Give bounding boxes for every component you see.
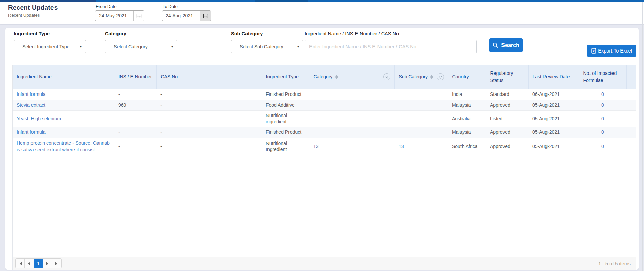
cas-cell: -	[156, 110, 262, 127]
next-page-button[interactable]	[43, 259, 52, 268]
ins-cell: 960	[114, 100, 156, 110]
impacted-formulae-link[interactable]: 0	[601, 129, 604, 135]
ingredient-name-link[interactable]: Yeast: High selenium	[17, 116, 61, 121]
filler-cell	[626, 110, 636, 127]
filter-icon[interactable]	[383, 73, 390, 80]
type-cell: Food Additive	[262, 100, 309, 110]
column-header-ingredient-type: Ingredient Type	[262, 65, 309, 89]
column-header-ins-e-number: INS / E-Number	[114, 65, 156, 89]
table-row: Infant formula - - Finished Product Mala…	[13, 127, 636, 138]
excel-file-icon: x	[591, 48, 596, 54]
status-cell: Listed	[486, 110, 528, 127]
from-date-input[interactable]	[95, 11, 133, 21]
sort-icon[interactable]	[430, 75, 433, 79]
right-edge-line	[642, 2, 643, 271]
column-header-last-review-date: Last Review Date	[528, 65, 579, 89]
calendar-icon	[136, 13, 142, 18]
impacted-formulae-link[interactable]: 0	[601, 102, 604, 108]
ingredient-search-label: Ingredient Name / INS E-Number / CAS No.	[305, 31, 477, 36]
last-review-cell: 05-Aug-2021	[528, 100, 579, 110]
status-cell: Standard	[486, 89, 528, 100]
to-date-calendar-button[interactable]	[200, 11, 211, 21]
page-number-button[interactable]: 1	[34, 259, 43, 268]
last-review-cell: 05-Aug-2021	[528, 138, 579, 155]
impacted-formulae-link[interactable]: 0	[601, 91, 604, 97]
column-header-category-label: Category	[314, 73, 333, 80]
export-button-label: Export To Excel	[598, 48, 632, 54]
filler-cell	[626, 127, 636, 138]
filler-cell	[626, 89, 636, 100]
ingredient-name-link[interactable]: Stevia extract	[17, 102, 45, 108]
column-header-impacted-formulae: No. of Impacted Formulae	[579, 65, 626, 89]
ins-cell: -	[114, 138, 156, 155]
svg-text:x: x	[593, 49, 595, 53]
ins-cell: -	[114, 110, 156, 127]
first-page-button[interactable]	[16, 259, 25, 268]
category-select[interactable]: -- Select Category -- ▼	[105, 40, 177, 53]
sub-category-count-link[interactable]: 13	[399, 144, 404, 149]
ingredient-search-input[interactable]	[305, 40, 477, 53]
breadcrumb: Recent Updates	[8, 13, 40, 18]
type-cell: Nutritional ingredient	[262, 110, 309, 127]
table-row: Infant formula - - Finished Product Indi…	[13, 89, 636, 100]
from-date-calendar-button[interactable]	[133, 11, 144, 21]
last-page-button[interactable]	[52, 259, 61, 268]
chevron-down-icon: ▼	[171, 45, 174, 48]
cas-cell: -	[156, 127, 262, 138]
table-header-row: Ingredient Name INS / E-Number CAS No. I…	[13, 65, 636, 89]
pager-buttons: 1	[15, 258, 62, 268]
cas-cell: -	[156, 138, 262, 155]
category-count-link[interactable]: 13	[313, 144, 319, 149]
ins-cell: -	[114, 127, 156, 138]
last-review-cell: 05-Aug-2021	[528, 110, 579, 127]
ingredient-type-selected-value: -- Select Ingredient Type --	[18, 44, 77, 49]
column-header-ingredient-name: Ingredient Name	[13, 65, 114, 89]
chevron-down-icon: ▼	[297, 45, 300, 48]
column-header-country: Country	[448, 65, 486, 89]
sub-category-selected-value: -- Select Sub Category --	[235, 44, 295, 49]
sub-category-select[interactable]: -- Select Sub Category -- ▼	[231, 40, 303, 53]
impacted-formulae-link[interactable]: 0	[601, 144, 604, 149]
category-cell	[309, 100, 394, 110]
column-header-filler	[626, 65, 636, 89]
column-header-category[interactable]: Category	[309, 65, 394, 89]
page-header: Recent Updates Recent Updates From Date	[0, 2, 644, 24]
table-row: Stevia extract 960 - Food Additive Malay…	[13, 100, 636, 110]
sub-category-cell	[394, 89, 448, 100]
ingredient-search-field: Ingredient Name / INS E-Number / CAS No.	[305, 31, 477, 53]
category-cell	[309, 89, 394, 100]
filler-cell	[626, 100, 636, 110]
previous-page-button[interactable]	[25, 259, 34, 268]
column-header-sub-category[interactable]: Sub Category	[394, 65, 448, 89]
status-cell: Approved	[486, 138, 528, 155]
sort-icon[interactable]	[335, 75, 338, 79]
last-review-cell: 06-Aug-2021	[528, 89, 579, 100]
country-cell: India	[448, 89, 486, 100]
filter-icon[interactable]	[437, 73, 444, 80]
last-page-icon	[55, 262, 57, 265]
from-date-picker	[95, 10, 144, 21]
sub-category-cell	[394, 100, 448, 110]
to-date-input[interactable]	[162, 11, 200, 21]
ingredient-name-link[interactable]: Infant formula	[17, 91, 46, 97]
category-field: Category -- Select Category -- ▼	[105, 31, 177, 53]
sub-category-label: Sub Category	[231, 31, 303, 36]
type-cell: Nutritional Ingredient	[262, 138, 309, 155]
ingredient-type-label: Ingredient Type	[14, 31, 86, 36]
category-label: Category	[105, 31, 177, 36]
type-cell: Finished Product	[262, 127, 309, 138]
sub-category-cell	[394, 127, 448, 138]
ingredient-type-select[interactable]: -- Select Ingredient Type -- ▼	[14, 40, 86, 53]
impacted-formulae-link[interactable]: 0	[601, 116, 604, 121]
search-button[interactable]: Search	[489, 38, 523, 52]
column-header-sub-category-label: Sub Category	[399, 73, 428, 80]
search-icon	[493, 42, 498, 48]
sub-category-cell	[394, 110, 448, 127]
category-cell	[309, 110, 394, 127]
chevron-down-icon: ▼	[79, 45, 82, 48]
ingredient-name-link[interactable]: Infant formula	[17, 129, 46, 135]
ingredient-name-link[interactable]: Hemp protein concentrate - Source: Canna…	[17, 140, 110, 152]
export-to-excel-button[interactable]: x Export To Excel	[587, 45, 636, 57]
category-selected-value: -- Select Category --	[109, 44, 169, 49]
screen: Recent Updates Recent Updates From Date	[0, 0, 644, 271]
